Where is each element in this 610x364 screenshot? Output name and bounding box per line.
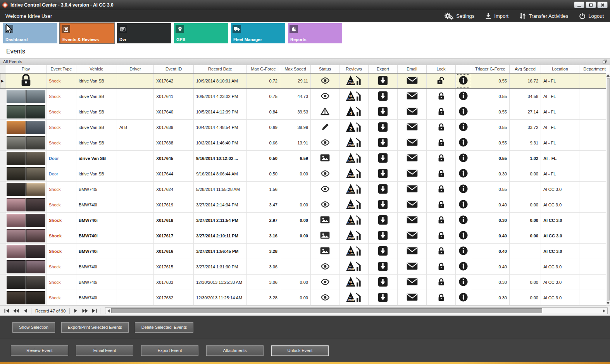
show-selection-button[interactable]: Show Selection [12,322,55,333]
scroll-left-icon[interactable] [106,309,111,312]
lock-cell[interactable] [427,166,456,182]
row-selector[interactable] [0,213,5,228]
info-cell[interactable] [456,259,471,275]
video-thumbnail[interactable] [7,214,45,227]
lock-cell[interactable] [427,228,456,244]
review-score-icon[interactable]: NOSCORE [346,245,362,257]
review-score-icon[interactable]: NOSCORE [346,199,362,211]
info-cell[interactable] [456,89,471,104]
email-icon[interactable] [407,278,418,286]
play-cell[interactable] [5,275,47,290]
reviews-cell[interactable]: NOSCORE [339,89,369,104]
event-row[interactable]: ShockBMW740iX01763312/30/2013 11:25:33 A… [0,275,610,290]
attachments-button[interactable]: Attachments [206,345,264,356]
video-thumbnail[interactable] [7,260,45,273]
info-cell[interactable] [456,275,471,290]
settings-button[interactable]: Settings [444,12,474,20]
email-icon[interactable] [407,263,418,271]
column-header-info[interactable] [456,65,471,73]
video-thumbnail[interactable] [7,167,45,180]
logout-button[interactable]: Logout [579,13,604,19]
lock-cell[interactable] [427,259,456,275]
email-icon[interactable] [407,77,418,85]
export-icon[interactable] [378,230,388,241]
video-thumbnail[interactable] [7,90,45,103]
play-cell[interactable] [5,73,47,89]
column-header-lock[interactable]: Lock [427,65,456,73]
export-icon[interactable] [378,215,388,226]
play-cell[interactable] [5,89,47,104]
column-header-avg_speed[interactable]: Avg Speed [510,65,541,73]
email-icon[interactable] [407,216,418,224]
email-icon[interactable] [407,170,418,178]
column-header-export[interactable]: Export [369,65,398,73]
video-thumbnail[interactable] [7,183,45,196]
row-selector[interactable] [0,197,5,213]
play-cell[interactable] [5,228,47,244]
export-icon[interactable] [378,91,388,102]
lock-cell[interactable] [427,135,456,151]
email-cell[interactable] [398,290,427,306]
email-icon[interactable] [407,232,418,240]
lock-cell[interactable] [427,290,456,306]
column-header-reviews[interactable]: Reviews [339,65,369,73]
export-cell[interactable] [369,259,398,275]
email-icon[interactable] [407,139,418,147]
info-cell[interactable] [456,166,471,182]
lock-icon[interactable] [438,169,445,179]
nav-tile-fleet[interactable]: Fleet Manager [231,23,285,43]
email-icon[interactable] [407,154,418,162]
info-cell[interactable] [456,290,471,306]
reviews-cell[interactable]: NOSCORE [339,197,369,213]
info-icon[interactable] [458,199,468,210]
event-row[interactable]: ShockBMW740iX0176163/27/2014 1:56:45 PM3… [0,244,610,259]
export-icon[interactable] [378,137,388,148]
email-cell[interactable] [398,275,427,290]
column-header-driver[interactable]: Driver [117,65,154,73]
info-icon[interactable] [458,246,468,256]
export-cell[interactable] [369,228,398,244]
next-page-button[interactable] [81,307,89,315]
export-icon[interactable] [378,261,388,272]
event-row[interactable]: Shockidrive Van SBX01763810/2/2014 1:46:… [0,135,610,151]
info-icon[interactable] [458,153,468,163]
video-thumbnail[interactable] [7,276,45,289]
info-cell[interactable] [456,135,471,151]
reviews-cell[interactable]: NOSCORE [339,135,369,151]
export-icon[interactable] [378,168,388,179]
reviews-cell[interactable]: NOSCORE [339,151,369,166]
export-cell[interactable] [369,275,398,290]
review-score-icon[interactable]: NOSCORE [346,183,362,195]
email-cell[interactable] [398,166,427,182]
reviews-cell[interactable]: 4 [339,104,369,120]
lock-cell[interactable] [427,197,456,213]
review-score-icon[interactable]: NOSCORE [346,292,362,304]
info-cell[interactable] [456,182,471,197]
info-icon[interactable] [458,106,468,117]
review-score-icon[interactable]: NOSCORE [346,276,362,288]
info-cell[interactable] [456,228,471,244]
lock-cell[interactable] [427,120,456,135]
review-score-icon[interactable]: NOSCORE [346,168,362,180]
export-cell[interactable] [369,73,398,89]
email-cell[interactable] [398,135,427,151]
reviews-cell[interactable]: NOSCORE [339,213,369,228]
email-cell[interactable] [398,73,427,89]
email-cell[interactable] [398,182,427,197]
import-button[interactable]: Import [485,13,508,19]
info-cell[interactable] [456,120,471,135]
row-selector[interactable] [0,166,5,182]
info-icon[interactable] [458,261,468,272]
event-row[interactable]: Dooridrive Van SBX0176449/16/2014 8:06:4… [0,166,610,182]
info-cell[interactable] [456,197,471,213]
event-row[interactable]: ShockBMW740iX0176245/28/2014 11:55:28 AM… [0,182,610,197]
review-score-icon[interactable]: NOSCORE [346,152,362,164]
review-score-icon[interactable]: NOSCORE [346,230,362,242]
email-cell[interactable] [398,104,427,120]
column-header-email[interactable]: Email [398,65,427,73]
export-cell[interactable] [369,151,398,166]
info-icon[interactable] [458,122,468,132]
column-header-max_g[interactable]: Max G-Force [247,65,280,73]
video-thumbnail[interactable] [7,229,45,242]
row-selector[interactable] [0,120,5,135]
